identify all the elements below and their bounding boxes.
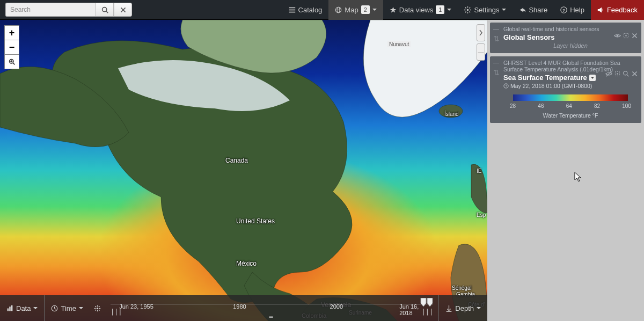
layer-collapse-toggle[interactable]: —	[493, 60, 499, 65]
layer-visibility-toggle[interactable]	[605, 70, 612, 77]
nav-share-label: Share	[529, 6, 547, 14]
layer-card-global-sensors: — ⇅ Global real-time and historical sens…	[490, 23, 641, 53]
svg-point-35	[97, 307, 98, 309]
layer-collapse-toggle[interactable]: —	[493, 26, 499, 31]
timeline-handle-start[interactable]	[420, 298, 427, 307]
time-panel-label: Time	[61, 304, 76, 312]
nav-settings-label: Settings	[474, 6, 499, 14]
svg-line-1	[106, 11, 107, 12]
layer-variable-dropdown[interactable]	[589, 75, 596, 81]
svg-line-26	[13, 63, 14, 64]
nav-map-badge: 2	[361, 5, 370, 14]
legend-tick: 64	[566, 103, 572, 109]
caret-down-icon	[477, 307, 481, 309]
layer-remove[interactable]	[631, 70, 638, 77]
timeline-tick-2000: 2000	[330, 303, 343, 310]
nav-settings[interactable]: Settings	[458, 0, 513, 20]
nav-catalog[interactable]: Catalog	[282, 0, 329, 20]
collapse-sidebar-button-2[interactable]: —	[477, 43, 485, 61]
svg-line-18	[470, 7, 471, 8]
svg-point-24	[439, 105, 463, 118]
svg-rect-4	[289, 7, 295, 8]
svg-line-16	[465, 7, 466, 8]
svg-line-34	[55, 308, 56, 309]
svg-line-19	[465, 11, 466, 12]
nav-map-label: Map	[345, 6, 358, 14]
svg-text:?: ?	[562, 8, 565, 12]
layer-drag-handle[interactable]: ⇅	[493, 68, 500, 77]
clock-icon	[51, 305, 58, 312]
chevron-right-icon	[479, 30, 483, 36]
layer-remove[interactable]	[631, 32, 638, 39]
layer-zoom-to[interactable]	[614, 70, 621, 77]
layer-visibility-toggle[interactable]	[614, 32, 621, 39]
list-icon	[289, 6, 296, 13]
svg-line-42	[99, 306, 100, 307]
nav-feedback[interactable]: Feedback	[591, 0, 644, 20]
svg-line-40	[95, 306, 96, 307]
close-icon	[631, 32, 638, 39]
legend-tick: 100	[622, 103, 631, 109]
legend-label: Water Temperature °F	[503, 112, 638, 119]
timeline[interactable]: Jun 23, 1955 1980 2000 Jun 16, 2018 ||| …	[105, 295, 438, 321]
depth-panel-button[interactable]: Depth	[439, 295, 487, 321]
clear-search-button[interactable]	[114, 3, 132, 17]
nav-dataviews[interactable]: Data views 1	[383, 0, 458, 20]
map-canvas[interactable]	[0, 20, 487, 321]
bottom-bar: Data Time Jun 23, 1955 1980 2000 Jun 16,…	[0, 295, 487, 321]
nav-map[interactable]: Map 2	[328, 0, 383, 20]
depth-panel-label: Depth	[455, 304, 474, 312]
bullhorn-icon	[597, 6, 604, 13]
main-area: Canada United States México Venezuela Co…	[0, 20, 644, 321]
search-icon	[101, 6, 108, 13]
timeline-bracket-left[interactable]: |||	[111, 308, 122, 316]
layer-drag-handle[interactable]: ⇅	[493, 34, 500, 43]
svg-rect-31	[11, 305, 12, 311]
timeline-grip[interactable]: ═	[269, 314, 275, 320]
gear-icon	[94, 305, 101, 312]
nav-share[interactable]: Share	[513, 0, 554, 20]
collapse-sidebar-button[interactable]	[477, 24, 485, 41]
share-icon	[519, 6, 526, 13]
legend-colorbar	[513, 94, 628, 101]
data-panel-button[interactable]: Data	[0, 295, 44, 321]
nav-dataviews-badge: 1	[436, 5, 444, 14]
svg-rect-30	[9, 307, 10, 311]
svg-point-0	[102, 7, 106, 11]
layer-subtitle: Global real-time and historical sensors	[503, 26, 638, 32]
eye-off-icon	[605, 70, 612, 77]
data-panel-label: Data	[16, 304, 31, 312]
help-icon: ?	[560, 6, 567, 13]
zoom-out-button[interactable]: −	[4, 40, 19, 55]
layer-title: Global Sensors	[503, 33, 554, 41]
zoom-box-button[interactable]	[4, 54, 19, 69]
search-group	[5, 3, 132, 17]
globe-icon	[335, 6, 342, 13]
layer-zoom-to[interactable]	[623, 32, 630, 39]
legend: 28 46 64 82 100 Water Temperature °F	[503, 94, 638, 119]
svg-line-58	[627, 75, 628, 76]
star-icon	[390, 6, 397, 13]
svg-rect-6	[289, 11, 295, 12]
legend-tick: 82	[594, 103, 600, 109]
nav-help[interactable]: ? Help	[554, 0, 591, 20]
gear-icon	[464, 6, 471, 13]
legend-tick: 28	[510, 103, 516, 109]
time-settings-button[interactable]	[90, 295, 105, 321]
time-panel-button[interactable]: Time	[45, 295, 89, 321]
bars-icon	[6, 305, 13, 312]
svg-line-41	[99, 309, 100, 310]
layer-title: Sea Surface Temperature	[503, 74, 587, 82]
search-input[interactable]	[5, 3, 96, 17]
timeline-handle-end[interactable]	[427, 298, 433, 307]
svg-line-53	[506, 86, 507, 86]
layer-search[interactable]	[623, 70, 630, 77]
timeline-bracket-right[interactable]: |||	[422, 308, 434, 316]
nav-feedback-label: Feedback	[607, 6, 638, 14]
map-area[interactable]: Canada United States México Venezuela Co…	[0, 20, 487, 321]
zoom-in-button[interactable]: +	[4, 25, 19, 40]
caret-down-icon	[447, 9, 451, 11]
search-button[interactable]	[96, 3, 114, 17]
layer-hidden-note: Layer hidden	[503, 42, 638, 49]
search-icon	[623, 70, 630, 77]
